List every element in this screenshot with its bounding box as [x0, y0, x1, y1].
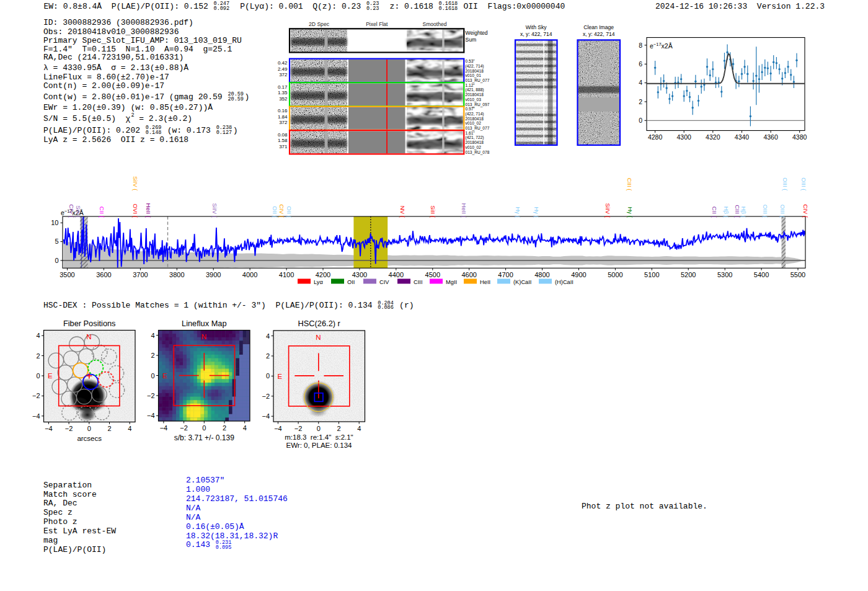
- svg-text:OIII (: OIII (: [782, 177, 789, 191]
- svg-text:371: 371: [279, 144, 288, 149]
- svg-text:−4: −4: [262, 412, 270, 420]
- svg-text:0: 0: [55, 257, 58, 264]
- svg-text:1.12": 1.12": [466, 83, 476, 87]
- svg-text:2.49: 2.49: [278, 66, 288, 72]
- svg-text:CII {: CII {: [99, 207, 105, 218]
- svg-text:Weighted: Weighted: [466, 30, 488, 36]
- svg-text:2: 2: [223, 424, 226, 432]
- svg-text:−2: −2: [32, 392, 40, 399]
- svg-text:0.53": 0.53": [466, 59, 476, 63]
- svg-text:6: 6: [639, 60, 642, 68]
- svg-text:0: 0: [36, 372, 40, 380]
- svg-text:1.84: 1.84: [278, 114, 288, 120]
- svg-text:4340: 4340: [735, 133, 750, 141]
- svg-text:20180418: 20180418: [466, 92, 484, 97]
- svg-text:Hβ (: Hβ (: [740, 207, 747, 218]
- svg-text:(K)CaII: (K)CaII: [513, 279, 531, 285]
- svg-text:5: 5: [55, 238, 58, 245]
- svg-text:4320: 4320: [706, 133, 720, 141]
- svg-text:EWr: 0, PLAE: 0.134: EWr: 0, PLAE: 0.134: [286, 442, 353, 449]
- svg-text:N: N: [202, 333, 206, 340]
- svg-text:5000: 5000: [608, 271, 622, 278]
- svg-text:OVI (: OVI (: [132, 204, 139, 218]
- svg-text:3900: 3900: [206, 271, 221, 278]
- svg-text:4: 4: [357, 425, 361, 432]
- svg-text:4400: 4400: [389, 271, 404, 278]
- svg-text:0: 0: [151, 372, 154, 380]
- svg-text:(H)CaII: (H)CaII: [555, 279, 574, 285]
- svg-text:4: 4: [243, 424, 247, 432]
- svg-text:4300: 4300: [677, 133, 692, 141]
- svg-text:−4: −4: [160, 424, 168, 432]
- svg-text:N: N: [86, 333, 91, 340]
- svg-text:SiII (: SiII (: [75, 205, 82, 218]
- svg-text:5100: 5100: [644, 271, 659, 278]
- svg-text:0.42: 0.42: [278, 60, 288, 66]
- svg-text:−2: −2: [262, 393, 270, 400]
- svg-text:Hβ (: Hβ (: [723, 207, 730, 218]
- svg-text:3800: 3800: [169, 271, 184, 278]
- svg-text:4280: 4280: [648, 133, 663, 141]
- svg-text:0: 0: [87, 425, 91, 432]
- svg-text:HeII {: HeII {: [145, 203, 152, 218]
- svg-text:−4: −4: [274, 425, 282, 432]
- svg-text:OIII (: OIII (: [779, 205, 786, 218]
- svg-text:2: 2: [639, 98, 642, 105]
- svg-text:2: 2: [151, 352, 154, 359]
- svg-text:SiIV (: SiIV (: [132, 176, 139, 191]
- svg-text:Pixel Flat: Pixel Flat: [366, 21, 388, 27]
- svg-text:CIV (: CIV (: [278, 204, 285, 218]
- svg-text:CIII (: CIII (: [626, 178, 633, 192]
- svg-text:4: 4: [128, 425, 131, 432]
- svg-text:4100: 4100: [279, 271, 294, 278]
- svg-text:3700: 3700: [133, 271, 148, 278]
- svg-text:20180418: 20180418: [466, 140, 484, 144]
- svg-text:MgII: MgII: [446, 279, 457, 285]
- svg-text:−2: −2: [180, 424, 188, 432]
- svg-text:OII (: OII (: [272, 206, 278, 218]
- svg-text:5400: 5400: [754, 271, 769, 278]
- svg-text:CIV (: CIV (: [68, 204, 75, 218]
- svg-text:0.08: 0.08: [278, 132, 288, 138]
- svg-text:3500: 3500: [60, 271, 74, 278]
- svg-text:0: 0: [266, 372, 270, 380]
- svg-text:SiIV (: SiIV (: [211, 203, 218, 218]
- svg-text:HSC(26.2) r: HSC(26.2) r: [298, 319, 341, 328]
- svg-text:OII (: OII (: [286, 206, 293, 218]
- svg-text:5500: 5500: [790, 271, 805, 278]
- svg-text:HeII: HeII: [480, 279, 490, 285]
- svg-text:x, y: 422, 714: x, y: 422, 714: [520, 31, 552, 37]
- svg-text:4: 4: [36, 332, 40, 339]
- svg-text:E: E: [278, 373, 283, 380]
- svg-text:4800: 4800: [534, 271, 549, 278]
- svg-text:1.61": 1.61": [466, 131, 476, 135]
- svg-text:5300: 5300: [717, 271, 732, 278]
- svg-text:−4: −4: [32, 412, 40, 420]
- svg-text:2: 2: [36, 352, 40, 360]
- svg-text:4600: 4600: [461, 271, 476, 278]
- svg-text:352: 352: [279, 96, 288, 102]
- svg-text:0.16: 0.16: [278, 108, 288, 113]
- svg-text:Smoothed: Smoothed: [422, 21, 446, 27]
- svg-text:0.97": 0.97": [466, 107, 476, 111]
- svg-text:−2: −2: [65, 425, 73, 432]
- svg-text:4900: 4900: [571, 271, 586, 278]
- svg-text:4: 4: [266, 332, 270, 340]
- svg-text:4300: 4300: [352, 271, 367, 278]
- svg-text:arcsecs: arcsecs: [77, 435, 102, 442]
- svg-text:8: 8: [639, 42, 642, 49]
- svg-text:m:18.3 re:1.4" s:2.1": m:18.3 re:1.4" s:2.1": [285, 433, 353, 441]
- svg-text:372: 372: [279, 120, 288, 125]
- svg-text:0: 0: [317, 425, 321, 432]
- svg-text:−2: −2: [294, 425, 303, 432]
- svg-text:E: E: [162, 372, 167, 380]
- svg-text:2D Spec: 2D Spec: [309, 21, 330, 27]
- svg-text:−4: −4: [147, 412, 155, 419]
- svg-text:20180418: 20180418: [466, 69, 484, 73]
- svg-text:E: E: [48, 372, 53, 380]
- svg-text:4: 4: [639, 79, 642, 86]
- svg-text:Sum: Sum: [466, 37, 477, 43]
- svg-text:3600: 3600: [96, 271, 111, 278]
- svg-text:0.17: 0.17: [278, 84, 288, 90]
- svg-text:CIII {: CIII {: [734, 205, 741, 218]
